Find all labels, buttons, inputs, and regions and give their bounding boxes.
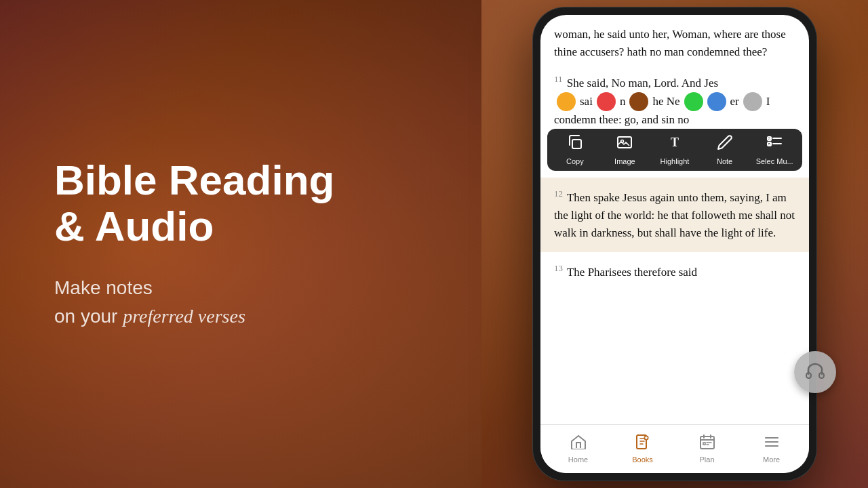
image-label: Image [614, 157, 635, 165]
note-label: Note [717, 157, 732, 165]
toolbar-select-multiple[interactable]: Selec Mu... [754, 134, 795, 165]
bottom-nav: Home Books [540, 424, 809, 473]
app-title: Bible Reading & Audio [54, 157, 427, 249]
left-content: Bible Reading & Audio Make notes on your… [54, 157, 427, 331]
verse11-sai: sai [580, 93, 593, 110]
more-icon [764, 434, 780, 453]
verse-10-text: woman, he said unto her, Woman, where ar… [554, 26, 795, 62]
color-dot-red[interactable] [597, 92, 616, 111]
right-panel: woman, he said unto her, Woman, where ar… [481, 0, 868, 488]
nav-more[interactable]: More [750, 434, 793, 464]
svg-text:T: T [671, 136, 679, 149]
subtitle-line1: Make notes [54, 277, 153, 298]
verse-13: 13 The Pharisees therefore said [540, 252, 809, 287]
verse10-content: woman, he said unto her, Woman, where ar… [554, 28, 786, 58]
bible-content[interactable]: woman, he said unto her, Woman, where ar… [540, 15, 809, 424]
phone-screen: woman, he said unto her, Woman, where ar… [540, 15, 809, 473]
home-icon [570, 434, 587, 453]
subtitle-line2-plain: on your [54, 306, 123, 327]
color-dot-yellow[interactable] [557, 92, 576, 111]
svg-rect-10 [819, 373, 824, 378]
verse11-he: he Ne [652, 93, 679, 110]
verse11-i: I [766, 93, 770, 110]
verse11-number: 11 [554, 74, 563, 84]
left-panel: Bible Reading & Audio Make notes on your… [0, 0, 481, 488]
bible-scroll: woman, he said unto her, Woman, where ar… [540, 15, 809, 129]
audio-button[interactable] [794, 351, 836, 393]
nav-plan[interactable]: Plan [686, 434, 729, 464]
nav-plan-label: Plan [699, 455, 714, 464]
verse12-number: 12 [554, 188, 563, 199]
svg-rect-0 [572, 140, 581, 148]
verse11-text-end: condemn thee: go, and sin no [554, 113, 689, 126]
verse-12-text: 12 Then spake Jesus again unto them, say… [554, 187, 795, 243]
nav-home[interactable]: Home [557, 434, 600, 464]
verse-12-highlighted: 12 Then spake Jesus again unto them, say… [540, 178, 809, 252]
verse11-text-a: She said, No man, Lord. And Jes [567, 76, 718, 89]
nav-more-label: More [763, 455, 780, 464]
select-multiple-icon [766, 134, 783, 155]
phone-wrapper: woman, he said unto her, Woman, where ar… [526, 0, 824, 488]
headphones-icon [804, 359, 826, 386]
color-dot-green[interactable] [684, 92, 703, 111]
title-line2: & Audio [54, 203, 214, 249]
verse13-number: 13 [554, 263, 563, 273]
verse11-n: n [620, 93, 626, 110]
color-dot-brown[interactable] [629, 92, 648, 111]
verse-11: 11 She said, No man, Lord. And Jes sai n… [554, 73, 795, 129]
highlight-label: Highlight [660, 157, 690, 165]
verse13-content: The Pharisees therefore said [567, 265, 697, 278]
nav-books-label: Books [632, 455, 653, 464]
copy-label: Copy [566, 157, 584, 165]
highlight-icon: T [667, 134, 683, 155]
select-multiple-label: Selec Mu... [756, 157, 793, 165]
toolbar-copy[interactable]: Copy [555, 134, 595, 165]
plan-icon [699, 434, 715, 453]
nav-books[interactable]: Books [621, 434, 665, 464]
title-line1: Bible Reading [54, 157, 334, 203]
toolbar-note[interactable]: Note [705, 134, 745, 165]
note-icon [717, 134, 733, 155]
image-icon [616, 134, 633, 155]
color-dot-gray[interactable] [743, 92, 762, 111]
verse-13-text: 13 The Pharisees therefore said [554, 262, 795, 281]
app-subtitle: Make notes on your preferred verses [54, 274, 427, 331]
subtitle-line2-italic: preferred verses [123, 306, 245, 327]
svg-rect-9 [806, 373, 811, 378]
nav-home-label: Home [568, 455, 588, 464]
copy-icon [567, 134, 583, 155]
toolbar: Copy Image [547, 129, 802, 171]
books-icon [635, 434, 651, 453]
color-dot-blue[interactable] [707, 92, 726, 111]
verse11-er: er [730, 93, 739, 110]
phone-frame: woman, he said unto her, Woman, where ar… [532, 7, 817, 481]
toolbar-highlight[interactable]: T Highlight [654, 134, 695, 165]
verse12-content: Then spake Jesus again unto them, saying… [554, 191, 795, 240]
toolbar-image[interactable]: Image [604, 134, 645, 165]
